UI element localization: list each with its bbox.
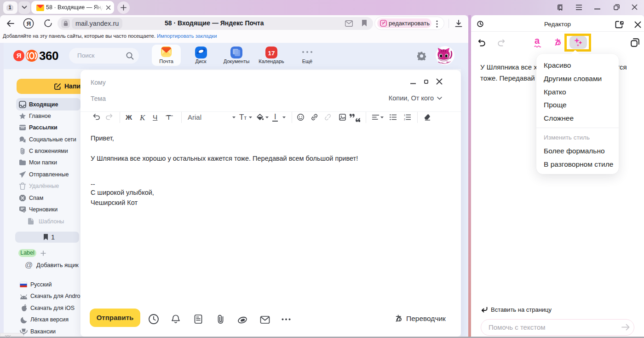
svg-text:1: 1 [8, 5, 11, 10]
svg-text:2: 2 [404, 118, 405, 120]
svg-text:Я: Я [17, 52, 21, 59]
svg-text:Я: Я [27, 20, 31, 27]
svg-text:17: 17 [268, 50, 275, 57]
svg-text:1: 1 [404, 114, 405, 117]
